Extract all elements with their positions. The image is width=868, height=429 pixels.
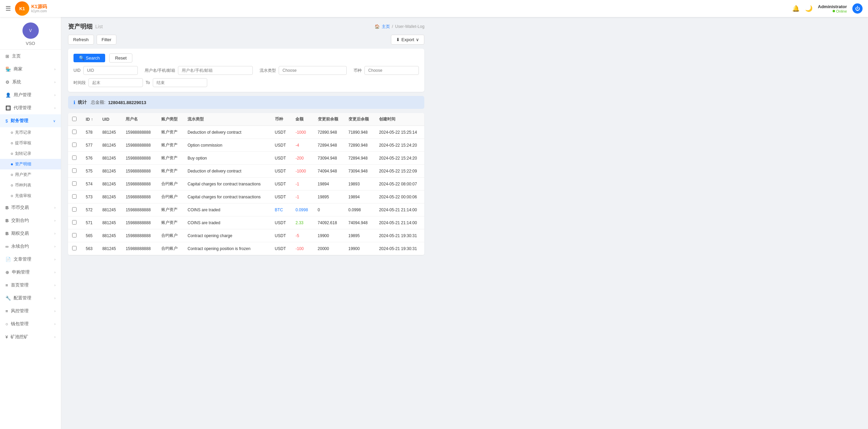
subnav-item-recharge-review[interactable]: 充值审核 [0,191,61,201]
sidebar-item-article-mgmt[interactable]: 📄 文章管理 › [0,253,61,266]
filter-panel: 🔍 Search Reset UID 用户名/手机/邮箱 流水类型 币种 [68,49,424,92]
cell-username: 15988888888 [121,152,157,165]
cell-flow-type: Deduction of delivery contract [183,126,271,139]
row-checkbox[interactable] [72,130,77,134]
cell-before-balance: 74094.948 [314,165,344,178]
cell-created-at: 2024-05-22 15:24:20 [375,139,424,152]
sidebar-item-home[interactable]: ⊞ 主页 [0,50,61,63]
cell-id: 563 [82,242,98,255]
chevron-right-icon: › [54,322,55,326]
breadcrumb-home-link[interactable]: 主页 [382,24,390,30]
cell-after-balance: 72894.948 [344,152,375,165]
sidebar-avatar: V [22,22,39,39]
admin-info: Administrator Online [818,4,847,13]
col-uid: UID [98,113,122,126]
select-all-checkbox[interactable] [72,117,77,121]
row-checkbox[interactable] [72,194,77,199]
download-icon: ⬇ [396,37,400,42]
agent-icon: 🔲 [5,105,11,111]
cell-flow-type: COINS are traded [183,203,271,216]
bell-icon[interactable]: 🔔 [792,5,800,12]
flow-type-input[interactable] [279,66,347,75]
cell-after-balance: 19893 [344,178,375,191]
cell-id: 577 [82,139,98,152]
coin-input[interactable] [364,66,419,75]
uid-input[interactable] [83,66,138,75]
sidebar-brand: VSO [26,41,35,46]
moon-icon[interactable]: 🌙 [805,5,813,12]
sidebar-item-wallet-mgmt[interactable]: ○ 钱包管理 › [0,317,61,330]
chevron-down-icon: ∨ [416,37,419,42]
row-checkbox[interactable] [72,207,77,212]
sidebar-item-agent-mgmt[interactable]: 🔲 代理管理 › [0,101,61,114]
breadcrumb-separator: / [392,24,393,29]
username-input[interactable] [178,66,253,75]
sidebar-item-contract-trade[interactable]: B 交割合约 › [0,214,61,227]
filter-button[interactable]: Filter [97,35,117,45]
power-button[interactable]: ⏻ [852,3,863,14]
table-row: 572 881245 15988888888 账户资产 COINS are tr… [68,203,424,216]
sidebar-item-risk-mgmt[interactable]: ≡ 风控管理 › [0,304,61,317]
home-mgmt-icon: ≡ [5,283,8,288]
apply-icon: ⊕ [5,270,9,275]
refresh-button[interactable]: Refresh [68,35,94,45]
row-checkbox[interactable] [72,233,77,237]
chevron-right-icon: › [54,106,55,110]
row-checkbox[interactable] [72,168,77,173]
time-to-input[interactable] [153,78,207,87]
cell-uid: 881245 [98,229,122,242]
coin-label: 币种 [354,68,362,73]
col-id: ID ↑ [82,113,98,126]
admin-name: Administrator [818,4,847,9]
cell-uid: 881245 [98,165,122,178]
merchant-icon: 🏪 [5,67,11,72]
sidebar-item-perpetual[interactable]: ∞ 永续合约 › [0,240,61,253]
logo-area: K1 K1源码 k1ym.com [15,1,47,16]
cell-amount: -200 [291,152,313,165]
col-amount: 金额 [291,113,313,126]
hamburger-icon[interactable]: ☰ [5,5,11,12]
reset-button[interactable]: Reset [109,53,132,63]
subnav-item-withdraw-review[interactable]: 提币审核 [0,138,61,148]
cell-amount: -1000 [291,165,313,178]
cell-username: 15988888888 [121,165,157,178]
sidebar-item-config-mgmt[interactable]: 🔧 配置管理 › [0,292,61,304]
cell-username: 15988888888 [121,229,157,242]
finance-icon: $ [5,118,8,123]
row-checkbox[interactable] [72,220,77,225]
sidebar-item-system[interactable]: ⚙ 系统 › [0,76,61,88]
row-checkbox[interactable] [72,246,77,250]
cell-coin: USDT [271,139,292,152]
cell-flow-type: Capital charges for contract transaction… [183,178,271,191]
subnav-item-user-asset[interactable]: 用户资产 [0,169,61,180]
cell-after-balance: 19894 [344,191,375,203]
time-from-input[interactable] [88,78,143,87]
cell-before-balance: 19894 [314,178,344,191]
sidebar-item-futures-trade[interactable]: B 期权交易 › [0,227,61,240]
subnav-item-asset-detail[interactable]: 资产明细 [0,159,61,169]
cell-created-at: 2024-05-22 08:00:07 [375,178,424,191]
cell-uid: 881245 [98,152,122,165]
sidebar-item-merchant[interactable]: 🏪 商家 › [0,63,61,76]
subnav-item-transfer-log[interactable]: 划转记录 [0,148,61,159]
row-checkbox[interactable] [72,155,77,160]
cell-amount: 0.0998 [291,203,313,216]
sidebar-item-mining[interactable]: ¥ 矿池挖矿 › [0,330,61,343]
cell-username: 15988888888 [121,242,157,255]
subnav-item-recharge-log[interactable]: 充币记录 [0,127,61,138]
time-to-label: To [146,80,150,85]
sidebar-item-home-mgmt[interactable]: ≡ 首页管理 › [0,279,61,292]
sidebar-item-finance-mgmt[interactable]: $ 财务管理 ∨ [0,114,61,127]
subnav-item-coin-list[interactable]: 币种列表 [0,180,61,191]
row-checkbox[interactable] [72,181,77,186]
cell-amount: 2.33 [291,216,313,229]
search-button[interactable]: 🔍 Search [73,54,105,62]
circle-icon [11,184,13,186]
export-button[interactable]: ⬇ Export ∨ [391,35,425,45]
breadcrumb-home-icon: 🏠 [375,24,380,29]
row-checkbox[interactable] [72,143,77,147]
sidebar-item-coin-exchange[interactable]: B 币币交易 › [0,201,61,214]
sidebar-item-apply-mgmt[interactable]: ⊕ 申购管理 › [0,266,61,279]
chevron-right-icon: › [54,245,55,248]
sidebar-item-user-mgmt[interactable]: 👤 用户管理 › [0,88,61,101]
